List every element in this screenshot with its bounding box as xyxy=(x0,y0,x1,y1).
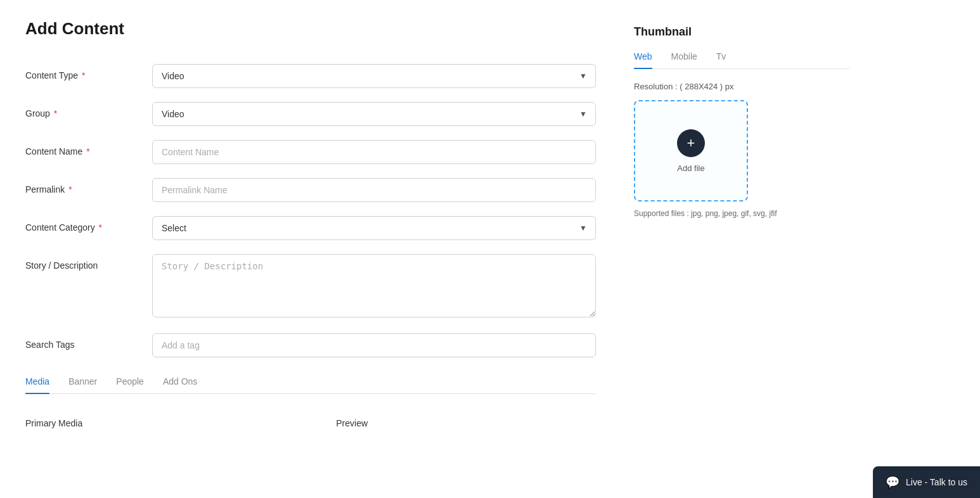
content-name-label: Content Name * xyxy=(25,140,139,156)
group-label: Group * xyxy=(25,102,139,118)
tab-media[interactable]: Media xyxy=(25,376,49,394)
content-type-select-wrapper: Video Audio Article Image ▼ xyxy=(152,64,596,88)
content-category-row: Content Category * Select Category 1 Cat… xyxy=(25,216,596,240)
tab-banner[interactable]: Banner xyxy=(68,376,97,394)
story-description-input[interactable] xyxy=(152,254,596,317)
search-tags-row: Search Tags xyxy=(25,333,596,357)
search-tags-label: Search Tags xyxy=(25,333,139,350)
group-field: Video Audio Article ▼ xyxy=(152,102,596,126)
group-select-wrapper: Video Audio Article ▼ xyxy=(152,102,596,126)
content-name-field xyxy=(152,140,596,164)
resolution-text: Resolution : ( 288X424 ) px xyxy=(634,82,849,91)
content-type-row: Content Type * Video Audio Article Image… xyxy=(25,64,596,88)
bottom-tabs: Media Banner People Add Ons xyxy=(25,376,596,394)
content-type-field: Video Audio Article Image ▼ xyxy=(152,64,596,88)
tab-people[interactable]: People xyxy=(116,376,144,394)
content-category-select-wrapper: Select Category 1 Category 2 ▼ xyxy=(152,216,596,240)
search-tags-input[interactable] xyxy=(152,333,596,357)
preview-label: Preview xyxy=(336,418,368,428)
add-file-label: Add file xyxy=(677,163,704,173)
permalink-label: Permalink * xyxy=(25,178,139,195)
content-type-select[interactable]: Video Audio Article Image xyxy=(152,64,596,88)
story-description-field xyxy=(152,254,596,319)
left-panel: Add Content Content Type * Video Audio A… xyxy=(25,19,596,428)
supported-files-text: Supported files : jpg, png, jpeg, gif, s… xyxy=(634,209,811,218)
thumbnail-tabs: Web Mobile Tv xyxy=(634,51,849,69)
story-description-row: Story / Description xyxy=(25,254,596,319)
content-category-label: Content Category * xyxy=(25,216,139,233)
story-description-label: Story / Description xyxy=(25,254,139,271)
thumbnail-title: Thumbnail xyxy=(634,25,849,39)
bottom-section-labels: Primary Media Preview xyxy=(25,405,596,428)
permalink-row: Permalink * xyxy=(25,178,596,202)
upload-box[interactable]: + Add file xyxy=(634,100,748,201)
thumbnail-tab-web[interactable]: Web xyxy=(634,51,652,69)
group-select[interactable]: Video Audio Article xyxy=(152,102,596,126)
content-name-input[interactable] xyxy=(152,140,596,164)
search-tags-field xyxy=(152,333,596,357)
content-name-row: Content Name * xyxy=(25,140,596,164)
right-panel: Thumbnail Web Mobile Tv Resolution : ( 2… xyxy=(634,19,849,428)
thumbnail-tab-tv[interactable]: Tv xyxy=(716,51,726,69)
permalink-input[interactable] xyxy=(152,178,596,202)
thumbnail-tab-mobile[interactable]: Mobile xyxy=(671,51,697,69)
primary-media-label: Primary Media xyxy=(25,418,82,428)
tab-addons[interactable]: Add Ons xyxy=(163,376,197,394)
content-category-select[interactable]: Select Category 1 Category 2 xyxy=(152,216,596,240)
group-row: Group * Video Audio Article ▼ xyxy=(25,102,596,126)
content-category-field: Select Category 1 Category 2 ▼ xyxy=(152,216,596,240)
add-file-icon: + xyxy=(677,129,705,157)
content-type-label: Content Type * xyxy=(25,64,139,80)
page-title: Add Content xyxy=(25,19,596,39)
permalink-field xyxy=(152,178,596,202)
